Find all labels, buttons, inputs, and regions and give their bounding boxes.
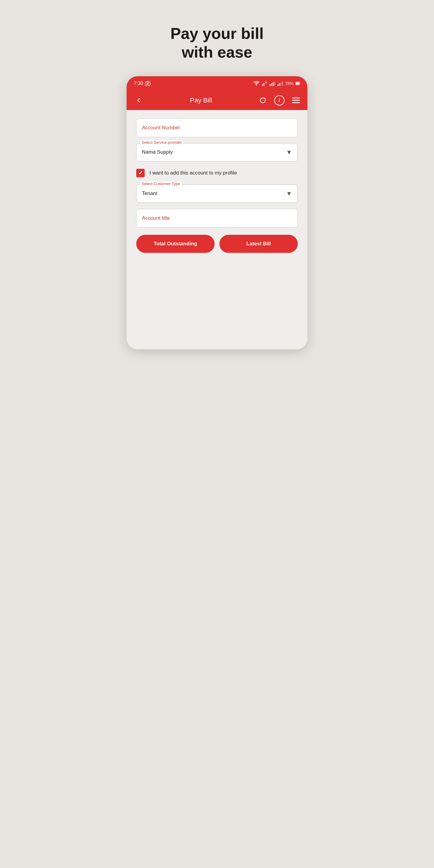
app-bar: Pay Bill i <box>127 91 307 110</box>
page-wrapper: Pay your bill with ease 7:30 <box>108 12 326 349</box>
account-number-placeholder: Account Number <box>142 125 180 130</box>
back-button[interactable] <box>133 94 145 106</box>
photo-icon <box>145 81 150 86</box>
account-title-field[interactable]: Account title <box>136 209 298 227</box>
phone-frame: 7:30 <box>127 76 307 349</box>
svg-rect-12 <box>279 83 280 86</box>
status-bar: 7:30 <box>127 76 307 91</box>
signal-bars-2-icon <box>277 81 283 86</box>
app-bar-actions: i <box>257 95 301 106</box>
service-provider-wrapper: Select Service provider Nama Supply ▼ <box>136 143 298 161</box>
refresh-button[interactable] <box>257 95 268 106</box>
service-provider-value: Nama Supply <box>142 149 173 155</box>
time-display: 7:30 <box>134 81 143 86</box>
bottom-space <box>127 265 307 349</box>
action-buttons: Total Outstanding Latest Bill <box>136 235 298 253</box>
svg-rect-2 <box>147 81 149 82</box>
customer-type-wrapper: Select Customer Type Tenant ▼ <box>136 184 298 203</box>
info-button[interactable]: i <box>274 95 284 105</box>
signal-bars-icon <box>270 81 276 86</box>
svg-rect-10 <box>274 82 275 86</box>
svg-rect-7 <box>270 84 271 86</box>
customer-type-label: Select Customer Type <box>141 181 181 186</box>
add-account-label: I want to add this account to my profile <box>150 170 237 176</box>
service-provider-dropdown[interactable]: Nama Supply ▼ <box>136 143 298 161</box>
battery-icon <box>296 81 300 86</box>
svg-rect-14 <box>282 82 283 86</box>
add-account-checkbox[interactable]: ✓ <box>136 169 145 177</box>
status-time: 7:30 <box>134 81 150 86</box>
menu-icon <box>292 97 300 103</box>
svg-rect-16 <box>300 83 300 84</box>
hero-title-line2: with ease <box>182 43 252 61</box>
form-content: Account Number Select Service provider N… <box>127 110 307 265</box>
info-icon: i <box>279 98 280 103</box>
hero-title: Pay your bill with ease <box>170 24 264 62</box>
latest-bill-button[interactable]: Latest Bill <box>219 235 298 253</box>
svg-rect-3 <box>262 84 263 86</box>
service-provider-label: Select Service provider <box>141 140 183 145</box>
signal-cross-icon <box>261 81 268 86</box>
add-account-checkbox-row: ✓ I want to add this account to my profi… <box>136 167 298 179</box>
svg-rect-11 <box>278 84 278 86</box>
menu-button[interactable] <box>290 95 301 106</box>
wifi-icon <box>253 81 260 86</box>
checkbox-check-icon: ✓ <box>138 170 143 176</box>
status-icons: 78% <box>253 81 300 86</box>
account-number-field[interactable]: Account Number <box>136 119 298 137</box>
svg-rect-9 <box>273 82 274 86</box>
svg-point-1 <box>147 83 149 85</box>
customer-type-dropdown[interactable]: Tenant ▼ <box>136 184 298 203</box>
svg-rect-4 <box>264 83 264 86</box>
battery-display: 78% <box>285 81 293 86</box>
total-outstanding-button[interactable]: Total Outstanding <box>136 235 215 253</box>
svg-rect-17 <box>296 82 299 84</box>
customer-type-value: Tenant <box>142 190 157 196</box>
svg-rect-13 <box>281 82 281 86</box>
service-provider-arrow-icon: ▼ <box>286 149 292 156</box>
app-bar-title: Pay Bill <box>150 96 253 104</box>
account-title-placeholder: Account title <box>142 215 170 221</box>
svg-rect-8 <box>271 83 272 86</box>
customer-type-arrow-icon: ▼ <box>286 190 292 197</box>
hero-title-line1: Pay your bill <box>170 25 264 42</box>
